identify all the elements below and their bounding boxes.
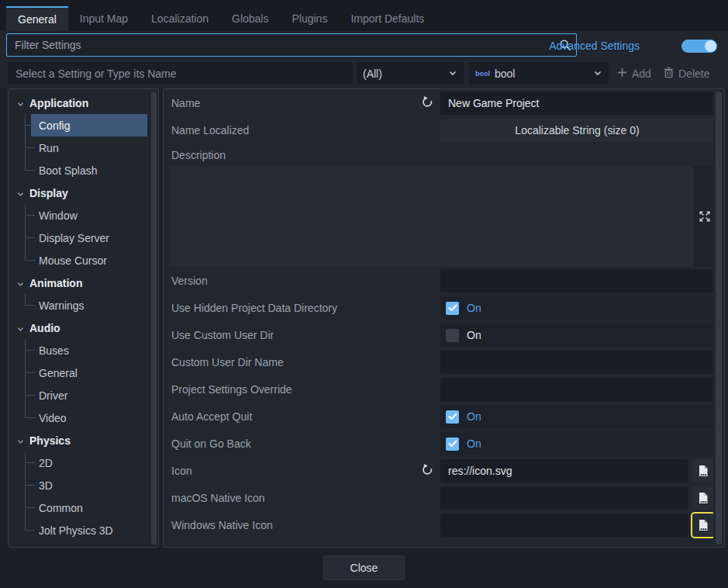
- property-label: Project Settings Override: [171, 378, 292, 401]
- revert-icon[interactable]: [419, 95, 435, 111]
- tab-import-defaults[interactable]: Import Defaults: [339, 6, 436, 31]
- checkbox-state-label: On: [467, 410, 481, 423]
- load-file-icon[interactable]: [692, 459, 713, 483]
- icon-input[interactable]: res://icon.svg: [440, 459, 688, 483]
- tree-item-window[interactable]: Window: [11, 204, 149, 227]
- property-row-auto-accept-quit: Auto Accept QuitOn: [164, 405, 713, 428]
- description-textarea[interactable]: [170, 166, 693, 267]
- tree-item-label: Display Server: [39, 232, 109, 244]
- tree-connector-line: [25, 396, 26, 407]
- tree-item-label: Common: [39, 502, 83, 514]
- tree-connector-line: [25, 238, 26, 250]
- tree-connector-line: [25, 227, 35, 238]
- sidebar-scrollbar[interactable]: [151, 92, 157, 545]
- tab-plugins[interactable]: Plugins: [280, 6, 339, 31]
- property-label: Icon: [171, 459, 191, 483]
- add-button[interactable]: Add: [616, 62, 651, 85]
- chevron-down-icon[interactable]: [16, 436, 25, 448]
- tree-item-mouse-cursor[interactable]: Mouse Cursor: [11, 249, 149, 272]
- tree-item-boot-splash[interactable]: Boot Splash: [11, 159, 149, 182]
- property-row-windows-native-icon: Windows Native Icon: [164, 514, 713, 537]
- chevron-down-icon[interactable]: [16, 323, 25, 336]
- tree-item-general[interactable]: General: [11, 361, 149, 384]
- tree-item-common[interactable]: Common: [11, 496, 149, 519]
- category-dropdown[interactable]: (All): [357, 62, 464, 85]
- filter-settings-searchbox[interactable]: [6, 33, 577, 57]
- filter-settings-input[interactable]: [7, 39, 554, 51]
- tree-item-driver[interactable]: Driver: [11, 384, 149, 406]
- use-hidden-project-data-directory-checkbox[interactable]: [446, 302, 459, 315]
- tree-section-application[interactable]: Application: [11, 92, 149, 114]
- use-hidden-project-data-directory-value: On: [440, 296, 713, 320]
- property-label: Custom User Dir Name: [171, 351, 284, 374]
- tree-item-jolt-physics-3d[interactable]: Jolt Physics 3D: [11, 519, 149, 541]
- property-row-name: NameNew Game Project: [164, 92, 713, 115]
- chevron-down-icon[interactable]: [16, 189, 25, 201]
- tree-section-display[interactable]: Display: [11, 182, 149, 204]
- tree-connector-line: [25, 486, 26, 497]
- field-value: New Game Project: [448, 97, 539, 109]
- properties-scrollbar[interactable]: [716, 92, 722, 545]
- chevron-down-icon[interactable]: [16, 278, 25, 291]
- project-settings-override-input[interactable]: [440, 378, 713, 401]
- tab-input-map[interactable]: Input Map: [68, 6, 140, 31]
- load-file-icon[interactable]: [692, 514, 713, 537]
- tree-item-label: Warnings: [39, 299, 85, 312]
- tree-connector-line: [25, 351, 26, 362]
- close-button[interactable]: Close: [323, 555, 405, 580]
- tree-section-physics[interactable]: Physics: [11, 429, 149, 451]
- property-label: Version: [171, 269, 208, 292]
- tree-item-label: Run: [39, 142, 59, 154]
- tree-connector-line: [25, 451, 35, 463]
- chevron-down-icon[interactable]: [16, 99, 25, 111]
- property-row-quit-on-go-back: Quit on Go BackOn: [164, 432, 713, 455]
- revert-icon[interactable]: [419, 463, 435, 479]
- chevron-down-icon: [593, 67, 602, 80]
- property-label: Windows Native Icon: [171, 514, 273, 537]
- name-input[interactable]: New Game Project: [440, 92, 713, 115]
- quit-on-go-back-checkbox[interactable]: [446, 438, 459, 451]
- property-label: Name: [171, 92, 200, 115]
- windows-native-icon-input[interactable]: [440, 514, 688, 537]
- name-localized-button[interactable]: Localizable String (size 0): [440, 119, 713, 142]
- custom-user-dir-name-input[interactable]: [440, 351, 713, 374]
- tab-localization[interactable]: Localization: [140, 6, 220, 31]
- tree-item-video[interactable]: Video: [11, 406, 149, 429]
- load-file-icon[interactable]: [692, 486, 713, 510]
- field-value: res://icon.svg: [448, 465, 512, 477]
- tree-item-buses[interactable]: Buses: [11, 339, 149, 361]
- expand-icon[interactable]: [696, 208, 713, 225]
- tree-connector-line: [25, 463, 26, 475]
- setting-name-box[interactable]: [8, 62, 353, 85]
- auto-accept-quit-value: On: [440, 405, 713, 428]
- checkbox-state-label: On: [467, 302, 481, 314]
- advanced-settings-toggle[interactable]: [681, 40, 717, 53]
- tree-item-run[interactable]: Run: [11, 137, 149, 159]
- property-label: Description: [171, 146, 226, 164]
- type-dropdown[interactable]: bool bool: [469, 62, 609, 85]
- use-custom-user-dir-checkbox[interactable]: [446, 329, 459, 342]
- tree-item-display-server[interactable]: Display Server: [11, 227, 149, 249]
- auto-accept-quit-checkbox[interactable]: [446, 410, 459, 424]
- version-input[interactable]: [440, 269, 713, 292]
- tree-section-animation[interactable]: Animation: [11, 272, 149, 294]
- tree-section-audio[interactable]: Audio: [11, 316, 149, 339]
- property-row-use-custom-user-dir: Use Custom User DirOn: [164, 323, 713, 347]
- tree-item-3d[interactable]: 3D: [11, 474, 149, 496]
- filter-row: Advanced Settings: [0, 31, 728, 61]
- tree-item-2d[interactable]: 2D: [11, 451, 149, 474]
- property-label: Auto Accept Quit: [171, 405, 252, 428]
- tree-item-warnings[interactable]: Warnings: [11, 294, 149, 316]
- property-label: Use Custom User Dir: [171, 323, 274, 347]
- tree-connector-line: [25, 406, 35, 418]
- tab-general[interactable]: General: [6, 6, 68, 31]
- tree-item-label: Audio: [29, 322, 60, 334]
- settings-category-tree: ApplicationConfigRunBoot SplashDisplayWi…: [8, 88, 159, 548]
- macos-native-icon-input[interactable]: [440, 486, 688, 510]
- setting-name-input[interactable]: [8, 67, 353, 80]
- tree-item-config[interactable]: Config: [11, 114, 149, 137]
- add-button-label: Add: [632, 67, 651, 80]
- tree-item-label: Jolt Physics 3D: [39, 524, 113, 537]
- tab-globals[interactable]: Globals: [220, 6, 280, 31]
- delete-button[interactable]: Delete: [663, 62, 709, 85]
